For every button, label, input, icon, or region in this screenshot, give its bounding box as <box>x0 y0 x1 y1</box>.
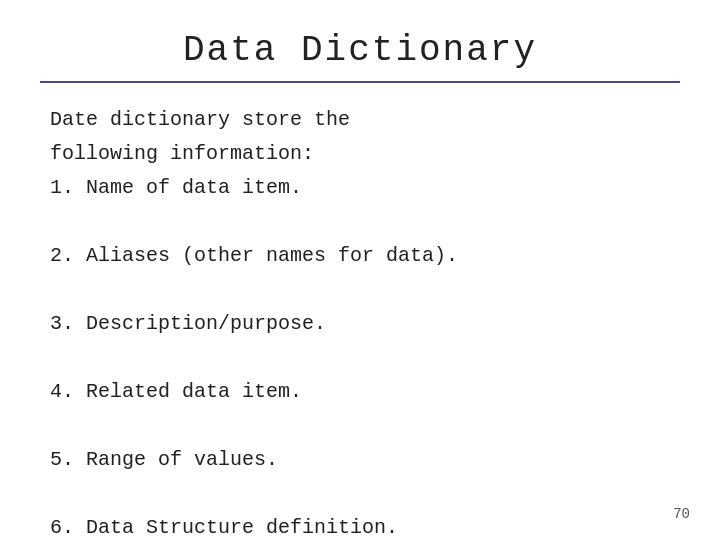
content-text: Date dictionary store the following info… <box>50 103 670 540</box>
page-number: 70 <box>673 506 690 522</box>
title-area: Data Dictionary <box>40 30 680 71</box>
content-area: Date dictionary store the following info… <box>40 103 680 540</box>
title-divider <box>40 81 680 83</box>
slide-container: Data Dictionary Date dictionary store th… <box>0 0 720 540</box>
slide-title: Data Dictionary <box>40 30 680 71</box>
